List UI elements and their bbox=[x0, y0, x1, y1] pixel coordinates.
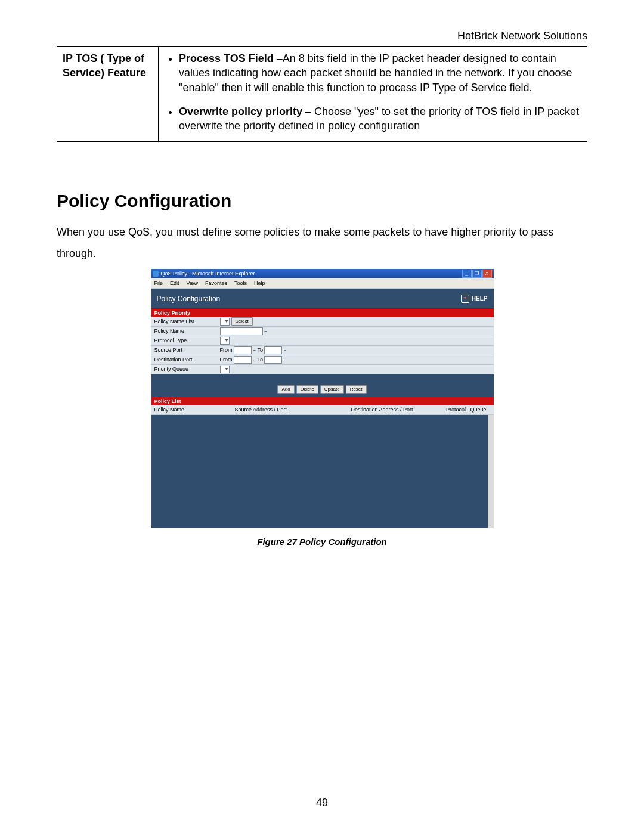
input-handle-icon: ⌐ bbox=[252, 348, 258, 353]
close-button[interactable]: X bbox=[482, 270, 492, 278]
help-label: HELP bbox=[472, 295, 488, 302]
feature-item1-title: Process TOS Field bbox=[179, 52, 274, 64]
menu-file[interactable]: File bbox=[154, 280, 163, 286]
panel-title: Policy Configuration bbox=[157, 295, 221, 303]
input-handle-icon: ⌐ bbox=[282, 348, 288, 353]
section-heading: Policy Configuration bbox=[57, 191, 587, 211]
menu-view[interactable]: View bbox=[187, 280, 198, 286]
select-button[interactable]: Select bbox=[231, 317, 253, 326]
protocol-type-select[interactable] bbox=[220, 337, 230, 345]
label-from: From bbox=[220, 357, 233, 363]
label-source-port: Source Port bbox=[154, 347, 220, 353]
window-title: QoS Policy - Microsoft Internet Explorer bbox=[161, 271, 255, 277]
feature-row-body: Process TOS Field –An 8 bits field in th… bbox=[159, 47, 588, 142]
policy-list-header: Policy Name Source Address / Port Destin… bbox=[151, 405, 494, 415]
figure-caption: Figure 27 Policy Configuration bbox=[151, 537, 494, 547]
label-priority-queue: Priority Queue bbox=[154, 366, 220, 372]
label-protocol-type: Protocol Type bbox=[154, 337, 220, 343]
col-protocol: Protocol bbox=[446, 407, 466, 413]
ie-icon bbox=[153, 271, 159, 277]
col-source: Source Address / Port bbox=[235, 407, 351, 413]
priority-queue-select[interactable] bbox=[220, 366, 230, 373]
destination-port-from-input[interactable] bbox=[234, 356, 252, 364]
policy-list-body bbox=[151, 415, 494, 528]
menu-help[interactable]: Help bbox=[254, 280, 265, 286]
maximize-button[interactable]: ❐ bbox=[472, 270, 482, 278]
row-protocol-type: Protocol Type bbox=[151, 336, 494, 346]
col-queue: Queue bbox=[470, 407, 486, 413]
destination-port-to-input[interactable] bbox=[264, 356, 282, 364]
minimize-button[interactable]: _ bbox=[462, 270, 472, 278]
reset-button[interactable]: Reset bbox=[346, 385, 367, 394]
menu-edit[interactable]: Edit bbox=[170, 280, 179, 286]
feature-item2-title: Overwrite policy priority bbox=[179, 106, 302, 117]
panel-header: Policy Configuration ? HELP bbox=[151, 289, 494, 309]
menu-bar: File Edit View Favorites Tools Help bbox=[151, 278, 494, 289]
label-from: From bbox=[220, 347, 233, 353]
feature-table: IP TOS ( Type of Service) Feature Proces… bbox=[57, 46, 587, 142]
label-policy-name-list: Policy Name List bbox=[154, 318, 220, 324]
screenshot: QoS Policy - Microsoft Internet Explorer… bbox=[151, 269, 494, 528]
button-bar: Add Delete Update Reset bbox=[151, 374, 494, 397]
row-policy-name: Policy Name ⌐ bbox=[151, 327, 494, 336]
label-to: To bbox=[258, 347, 264, 353]
label-destination-port: Destination Port bbox=[154, 357, 220, 363]
add-button[interactable]: Add bbox=[277, 385, 294, 394]
row-destination-port: Destination Port From ⌐ To ⌐ bbox=[151, 355, 494, 365]
input-handle-icon: ⌐ bbox=[282, 357, 288, 363]
col-policy-name: Policy Name bbox=[154, 407, 235, 413]
label-to: To bbox=[258, 357, 264, 363]
policy-name-input[interactable] bbox=[220, 327, 263, 335]
row-source-port: Source Port From ⌐ To ⌐ bbox=[151, 346, 494, 355]
policy-name-list-select[interactable] bbox=[220, 318, 230, 326]
page-number: 49 bbox=[0, 797, 644, 809]
menu-favorites[interactable]: Favorites bbox=[205, 280, 227, 286]
throbber-icon bbox=[484, 279, 492, 287]
update-button[interactable]: Update bbox=[320, 385, 344, 394]
section-intro: When you use QoS, you must define some p… bbox=[57, 222, 587, 264]
menu-tools[interactable]: Tools bbox=[234, 280, 247, 286]
col-destination: Destination Address / Port bbox=[351, 407, 444, 413]
help-icon: ? bbox=[461, 295, 469, 303]
row-policy-name-list: Policy Name List Select bbox=[151, 317, 494, 327]
row-priority-queue: Priority Queue bbox=[151, 365, 494, 374]
feature-row-label: IP TOS ( Type of Service) Feature bbox=[57, 47, 159, 142]
input-handle-icon: ⌐ bbox=[263, 329, 269, 334]
delete-button[interactable]: Delete bbox=[296, 385, 318, 394]
window-titlebar: QoS Policy - Microsoft Internet Explorer… bbox=[151, 269, 494, 278]
source-port-from-input[interactable] bbox=[234, 346, 252, 354]
label-policy-name: Policy Name bbox=[154, 328, 220, 334]
header-brand: HotBrick Network Solutions bbox=[57, 30, 587, 42]
help-button[interactable]: ? HELP bbox=[461, 295, 488, 303]
policy-list-band: Policy List bbox=[151, 397, 494, 405]
policy-priority-band: Policy Priority bbox=[151, 309, 494, 317]
input-handle-icon: ⌐ bbox=[252, 357, 258, 363]
source-port-to-input[interactable] bbox=[264, 346, 282, 354]
